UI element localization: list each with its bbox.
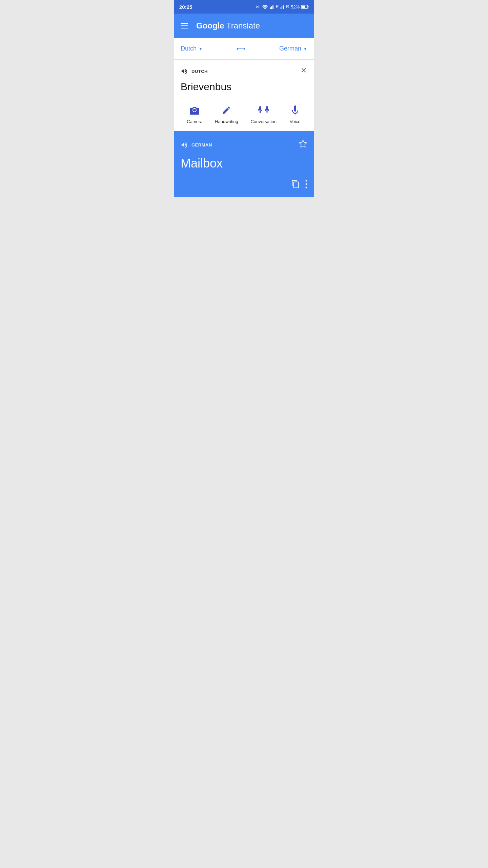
input-text[interactable]: Brievenbus	[181, 80, 307, 93]
status-bar: 20:25 ✉ R R 52%	[174, 0, 314, 14]
app-title: Google Translate	[196, 21, 260, 31]
roaming-r2: R	[286, 4, 289, 9]
app-title-translate: Translate	[226, 21, 260, 30]
wifi-icon	[262, 4, 268, 9]
handwriting-mode-button[interactable]: Handwriting	[215, 104, 238, 124]
input-speaker-icon[interactable]	[181, 68, 188, 75]
conversation-icon	[258, 104, 270, 116]
output-actions	[181, 180, 307, 191]
status-icons: ✉ R R 52%	[256, 4, 309, 9]
voice-mode-button[interactable]: Voice	[289, 104, 301, 124]
svg-point-17	[306, 186, 307, 188]
svg-point-16	[306, 183, 307, 185]
app-title-google: Google	[196, 21, 224, 30]
handwriting-icon	[220, 104, 232, 116]
svg-rect-8	[302, 6, 305, 8]
bottom-area	[174, 197, 314, 299]
voice-mode-label: Voice	[290, 119, 301, 124]
input-lang-label: DUTCH	[181, 68, 208, 75]
svg-point-10	[193, 109, 196, 112]
copy-icon-svg	[291, 180, 300, 189]
input-area: DUTCH Brievenbus Camera	[174, 60, 314, 131]
hamburger-menu-button[interactable]	[181, 23, 188, 28]
close-icon-svg	[300, 66, 307, 74]
svg-rect-4	[280, 7, 281, 9]
svg-rect-3	[272, 5, 273, 9]
source-language-selector[interactable]: Dutch ▼	[181, 45, 203, 52]
camera-mode-label: Camera	[187, 119, 202, 124]
hamburger-line-2	[181, 25, 188, 26]
roaming-r1: R	[276, 4, 279, 9]
signal-icon-2	[280, 4, 285, 9]
notification-icon: ✉	[256, 4, 260, 9]
output-area: GERMAN Mailbox	[174, 131, 314, 197]
input-modes-row: Camera Handwriting	[181, 101, 307, 125]
output-lang-label: GERMAN	[181, 141, 212, 148]
more-options-button[interactable]	[305, 180, 307, 191]
camera-icon	[188, 104, 201, 116]
clear-input-button[interactable]	[300, 66, 307, 76]
conversation-mode-button[interactable]: Conversation	[250, 104, 277, 124]
source-language-arrow-icon: ▼	[199, 46, 203, 51]
handwriting-mode-label: Handwriting	[215, 119, 238, 124]
output-lang-text: GERMAN	[191, 142, 212, 147]
target-language-label: German	[279, 45, 301, 52]
output-lang-row: GERMAN	[181, 139, 307, 150]
svg-rect-5	[281, 6, 282, 9]
target-language-arrow-icon: ▼	[303, 46, 307, 51]
app-header: Google Translate	[174, 14, 314, 38]
star-icon-svg	[299, 139, 307, 148]
input-lang-row: DUTCH	[181, 66, 307, 76]
signal-icon-1	[270, 4, 274, 9]
svg-point-15	[306, 180, 307, 181]
status-time: 20:25	[179, 4, 192, 10]
favorite-button[interactable]	[299, 139, 307, 150]
output-speaker-icon[interactable]	[181, 141, 188, 148]
battery-icon	[301, 5, 309, 9]
hamburger-line-3	[181, 28, 188, 28]
svg-rect-6	[283, 5, 284, 9]
swap-languages-button[interactable]	[236, 45, 246, 53]
source-language-label: Dutch	[181, 45, 197, 52]
more-options-icon-svg	[305, 180, 307, 189]
input-lang-text: DUTCH	[191, 69, 208, 74]
svg-rect-2	[271, 6, 272, 9]
swap-icon-svg	[236, 45, 246, 53]
conversation-mode-label: Conversation	[250, 119, 277, 124]
svg-rect-1	[270, 7, 271, 9]
battery-percent: 52%	[291, 4, 300, 9]
svg-rect-9	[308, 6, 309, 7]
target-language-selector[interactable]: German ▼	[279, 45, 307, 52]
hamburger-line-1	[181, 23, 188, 24]
output-text: Mailbox	[181, 156, 307, 172]
language-bar: Dutch ▼ German ▼	[174, 38, 314, 60]
svg-point-0	[265, 9, 265, 9]
camera-mode-button[interactable]: Camera	[187, 104, 202, 124]
voice-icon	[289, 104, 301, 116]
copy-button[interactable]	[291, 180, 300, 191]
